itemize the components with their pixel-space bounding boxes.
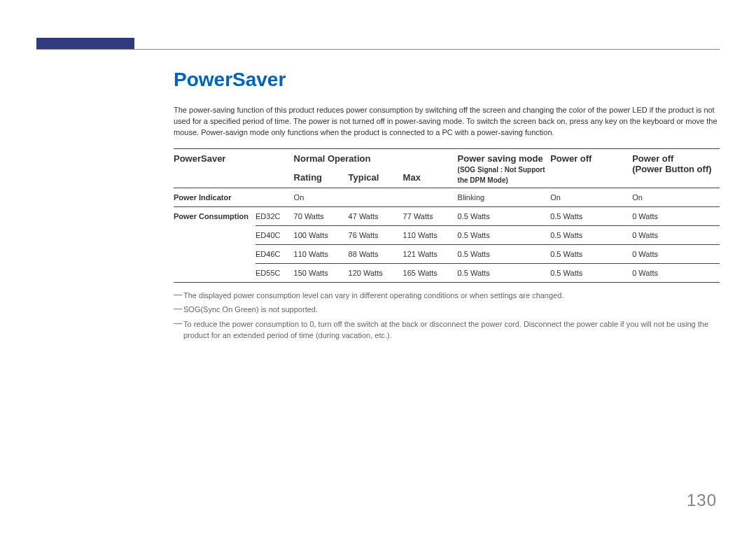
cell-rating: 100 Watts: [294, 225, 349, 244]
footnote-text: To reduce the power consumption to 0, tu…: [183, 318, 720, 342]
col-power-off2-label: Power off: [632, 153, 673, 164]
dash-icon: ―: [174, 318, 183, 328]
main-content: PowerSaver The power-saving function of …: [174, 63, 720, 344]
cell-model: ED46C: [255, 244, 294, 263]
cell-off2: 0 Watts: [632, 263, 720, 282]
header-accent-bar: [36, 38, 134, 49]
dash-icon: ―: [174, 290, 183, 300]
col-power-off-button: Power off (Power Button off): [632, 148, 720, 188]
cell-typical: 76 Watts: [349, 225, 403, 244]
cell-max: 121 Watts: [403, 244, 458, 263]
row-power-indicator: Power Indicator On Blinking On On: [174, 188, 720, 206]
cell-rating: 110 Watts: [294, 244, 349, 263]
dash-icon: ―: [174, 304, 183, 314]
cell-indicator-normal: On: [294, 188, 458, 206]
cell-rating: 150 Watts: [294, 263, 349, 282]
cell-off1: 0.5 Watts: [550, 206, 632, 225]
table-row: ED40C 100 Watts 76 Watts 110 Watts 0.5 W…: [174, 225, 720, 244]
cell-typical: 47 Watts: [349, 206, 403, 225]
table-row: ED46C 110 Watts 88 Watts 121 Watts 0.5 W…: [174, 244, 720, 263]
footnotes: ― The displayed power consumption level …: [174, 290, 720, 342]
cell-off1: 0.5 Watts: [550, 263, 632, 282]
cell-model: ED55C: [255, 263, 294, 282]
col-typical: Typical: [349, 168, 403, 188]
cell-max: 77 Watts: [403, 206, 458, 225]
col-psm-label: Power saving mode: [458, 153, 543, 164]
cell-off2: 0 Watts: [632, 244, 720, 263]
col-normal-operation: Normal Operation: [294, 148, 458, 168]
cell-max: 165 Watts: [403, 263, 458, 282]
footnote-text: SOG(Sync On Green) is not supported.: [183, 304, 318, 316]
footnote-item: ― SOG(Sync On Green) is not supported.: [174, 304, 720, 316]
intro-paragraph: The power-saving function of this produc…: [174, 105, 720, 139]
footnote-item: ― To reduce the power consumption to 0, …: [174, 318, 720, 342]
col-rating: Rating: [294, 168, 349, 188]
cell-psm: 0.5 Watts: [458, 244, 551, 263]
table-row: Power Consumption ED32C 70 Watts 47 Watt…: [174, 206, 720, 225]
col-psm-sub: (SOG Signal : Not Support the DPM Mode): [458, 166, 545, 184]
cell-psm: 0.5 Watts: [458, 225, 551, 244]
cell-rating: 70 Watts: [294, 206, 349, 225]
cell-model: ED32C: [255, 206, 294, 225]
footnote-item: ― The displayed power consumption level …: [174, 290, 720, 302]
cell-typical: 120 Watts: [349, 263, 403, 282]
cell-off2: 0 Watts: [632, 206, 720, 225]
cell-model: ED40C: [255, 225, 294, 244]
cell-max: 110 Watts: [403, 225, 458, 244]
cell-off2: 0 Watts: [632, 225, 720, 244]
cell-indicator-label: Power Indicator: [174, 188, 294, 206]
table-row: ED55C 150 Watts 120 Watts 165 Watts 0.5 …: [174, 263, 720, 282]
header-rule: [36, 49, 720, 50]
cell-indicator-off1: On: [550, 188, 632, 206]
cell-psm: 0.5 Watts: [458, 263, 551, 282]
powersaver-table: PowerSaver Normal Operation Power saving…: [174, 148, 720, 283]
cell-consumption-label: Power Consumption: [174, 206, 255, 282]
cell-off1: 0.5 Watts: [550, 225, 632, 244]
col-max: Max: [403, 168, 458, 188]
page-title: PowerSaver: [174, 69, 720, 91]
cell-typical: 88 Watts: [349, 244, 403, 263]
cell-off1: 0.5 Watts: [550, 244, 632, 263]
col-power-saving-mode: Power saving mode (SOG Signal : Not Supp…: [458, 148, 551, 188]
footnote-text: The displayed power consumption level ca…: [183, 290, 564, 302]
col-power-off: Power off: [550, 148, 632, 188]
cell-psm: 0.5 Watts: [458, 206, 551, 225]
col-power-off2-sub: (Power Button off): [632, 164, 711, 174]
page-number: 130: [687, 491, 717, 510]
col-powersaver: PowerSaver: [174, 148, 294, 188]
cell-indicator-off2: On: [632, 188, 720, 206]
cell-indicator-psm: Blinking: [458, 188, 551, 206]
